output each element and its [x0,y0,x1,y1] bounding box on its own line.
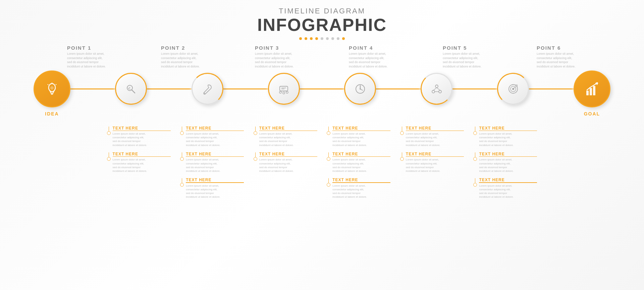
point-3-block: POINT 3 Lorem ipsum dolor sit amet,conse… [255,45,322,68]
col4-item3-content: TEXT HERE Lorem ipsum dolor sit amet,con… [332,178,390,199]
col6-item1-content: TEXT HERE Lorem ipsum dolor sit amet,con… [479,126,537,147]
connector-dot [400,131,404,135]
circles-row: IDEA [13,70,631,107]
col4-item1-title: TEXT HERE [332,126,390,131]
column-2: TEXT HERE Lorem ipsum dolor sit amet,con… [180,126,244,199]
col3-item1-title: TEXT HERE [259,126,317,131]
header-title: INFOGRAPHIC [13,15,631,35]
col6-connector1 [473,126,477,135]
dot-8 [337,37,339,40]
network-icon [430,82,443,96]
col6-item2: TEXT HERE Lorem ipsum dolor sit amet,con… [473,152,537,173]
point-6-block: POINT 6 Lorem ipsum dolor sit amet,conse… [537,45,604,68]
col1-connector2 [107,152,111,161]
col5-connector1 [400,126,404,135]
col6-item3-title: TEXT HERE [479,178,537,182]
connector-dot [180,131,184,135]
col4-item1-content: TEXT HERE Lorem ipsum dolor sit amet,con… [332,126,390,147]
point1-circle [115,73,147,105]
point4-circle [344,73,376,105]
underline [113,131,171,131]
point-5-title: POINT 5 [443,45,510,51]
svg-rect-31 [586,91,589,95]
col1-item1: TEXT HERE Lorem ipsum dolor sit amet,con… [107,126,171,147]
connector-dot [180,157,184,161]
connector-dot [107,157,111,161]
col6-connector2 [473,152,477,161]
col6-item1: TEXT HERE Lorem ipsum dolor sit amet,con… [473,126,537,147]
col5-connector2 [400,152,404,161]
svg-point-10 [204,93,205,94]
point-3-title: POINT 3 [255,45,322,51]
target-icon [506,82,520,96]
connector-dot [400,157,404,161]
svg-rect-11 [280,86,288,91]
underline [186,131,244,131]
col5-item2-content: TEXT HERE Lorem ipsum dolor sit amet,con… [406,152,464,173]
svg-line-4 [48,84,48,85]
column-3: TEXT HERE Lorem ipsum dolor sit amet,con… [254,126,317,199]
col6-item2-content: TEXT HERE Lorem ipsum dolor sit amet,con… [479,152,537,173]
connector-dot [327,183,330,187]
col6-item1-lorem: Lorem ipsum dolor sit amet,consectetur a… [479,132,537,147]
points-row: POINT 1 Lorem ipsum dolor sit amet,conse… [13,45,631,68]
col1-item1-lorem: Lorem ipsum dolor sit amet,consectetur a… [113,132,171,147]
svg-point-20 [360,88,361,90]
dot-7 [331,37,334,40]
col2-item1-title: TEXT HERE [186,126,244,131]
point-6-lorem: Lorem ipsum dolor sit amet,consectetur a… [537,52,604,68]
point2-circle [192,73,223,105]
header-dots [13,37,631,40]
connector-dot [327,131,330,135]
col4-connector1 [327,126,330,135]
col1-connector1 [107,126,111,135]
col3-item1-lorem: Lorem ipsum dolor sit amet,consectetur a… [259,132,317,147]
underline [332,131,390,131]
col6-item2-lorem: Lorem ipsum dolor sit amet,consectetur a… [479,158,537,173]
point-4-title: POINT 4 [349,45,416,51]
team-discussion-icon [277,82,290,96]
svg-point-15 [283,92,285,94]
connector-dot [107,131,111,135]
column-4: TEXT HERE Lorem ipsum dolor sit amet,con… [327,126,390,199]
svg-rect-33 [593,86,595,95]
dot-5 [321,37,323,40]
wrench-icon [201,82,214,96]
col4-item2-content: TEXT HERE Lorem ipsum dolor sit amet,con… [332,152,390,173]
bottom-content: TEXT HERE Lorem ipsum dolor sit amet,con… [13,126,631,199]
point-4-block: POINT 4 Lorem ipsum dolor sit amet,conse… [349,45,416,68]
point6-circle [497,73,529,105]
point-4-lorem: Lorem ipsum dolor sit amet,consectetur a… [349,52,416,68]
col5-item1-title: TEXT HERE [406,126,464,131]
search-analytics-icon [124,82,138,96]
col2-connector1 [180,126,184,135]
column-6: TEXT HERE Lorem ipsum dolor sit amet,con… [473,126,537,199]
connector-dot [254,157,257,161]
col2-item1-lorem: Lorem ipsum dolor sit amet,consectetur a… [186,132,244,147]
col2-item3-title: TEXT HERE [186,178,244,182]
col4-item3-title: TEXT HERE [332,178,390,182]
col4-item2: TEXT HERE Lorem ipsum dolor sit amet,con… [327,152,390,173]
point3-circle [268,73,300,105]
spacer-goal [547,126,610,199]
underline [113,156,171,157]
connector-line [255,152,256,157]
col3-item2: TEXT HERE Lorem ipsum dolor sit amet,con… [254,152,317,173]
svg-line-8 [132,90,135,93]
idea-circle: IDEA [34,70,70,107]
connector-line [402,127,402,131]
point-1-lorem: Lorem ipsum dolor sit amet,consectetur a… [67,52,134,68]
col2-item2: TEXT HERE Lorem ipsum dolor sit amet,con… [180,152,244,173]
point-5-block: POINT 5 Lorem ipsum dolor sit amet,conse… [443,45,510,68]
svg-point-23 [439,90,441,93]
col4-item3-lorem: Lorem ipsum dolor sit amet,consectetur a… [332,184,390,199]
connector-dot [327,157,330,161]
underline [479,156,537,157]
dot-9 [342,37,345,40]
col6-item1-title: TEXT HERE [479,126,537,131]
connector-dot [473,131,477,135]
connector-line [182,178,182,183]
connector-line [328,178,329,183]
svg-line-24 [433,88,437,90]
col5-item2-lorem: Lorem ipsum dolor sit amet,consectetur a… [406,158,464,173]
